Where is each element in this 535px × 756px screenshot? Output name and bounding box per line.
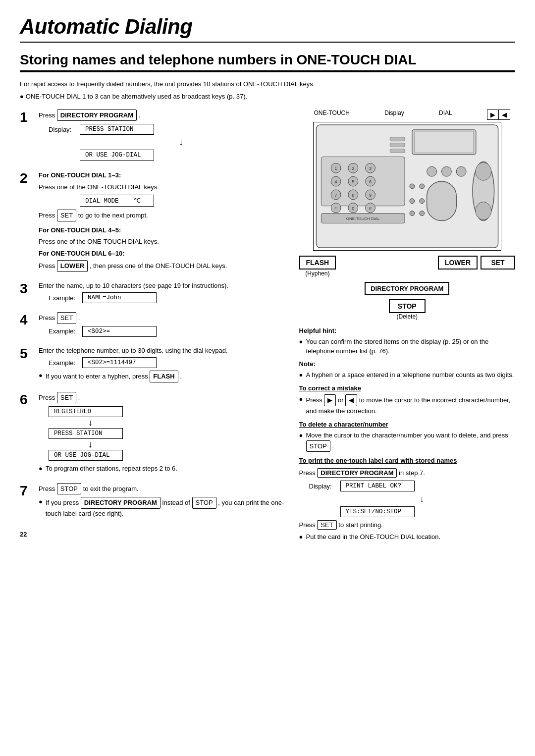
right-column: ONE-TOUCH Display DIAL ▶ ◀ — [299, 109, 516, 544]
set-key-4: SET — [57, 312, 76, 324]
flash-btn-group: FLASH (Hyphen) — [299, 256, 336, 277]
step-1-content: Press DIRECTORY PROGRAM . Display: PRESS… — [39, 109, 284, 164]
svg-point-30 — [456, 166, 466, 176]
nav-arrows-box[interactable]: ▶ ◀ — [487, 109, 510, 120]
step-7-number: 7 — [20, 484, 34, 498]
step-2-sub1-title: For ONE-TOUCH DIAL 1–3: — [39, 170, 284, 180]
fwd-arrow-key: ▶ — [324, 394, 336, 406]
display-box-dial: DIAL MODE ℃ — [80, 195, 154, 207]
flash-btn-label: (Hyphen) — [299, 270, 336, 277]
svg-rect-44 — [390, 143, 405, 147]
display-box-1a: PRESS STATION — [80, 124, 154, 135]
print-bullet: Put the card in the ONE-TOUCH DIAL locat… — [299, 532, 516, 542]
svg-text:2: 2 — [352, 166, 354, 171]
example-label-4: Example: — [49, 327, 78, 335]
display-box-6c: OR USE JOG-DIAL — [49, 450, 123, 461]
svg-rect-45 — [390, 149, 405, 153]
stop-sub: (Delete) — [396, 313, 418, 320]
page-title: Automatic Dialing — [20, 15, 515, 43]
print-text: Press DIRECTORY PROGRAM in step 7. — [299, 468, 516, 478]
svg-point-33 — [420, 184, 425, 189]
step-6: 6 Press SET . REGISTERED ↓ PRESS STATION… — [20, 392, 284, 476]
lower-button[interactable]: LOWER — [438, 256, 478, 270]
svg-text:6: 6 — [369, 179, 372, 184]
stop-key-delete: STOP — [306, 440, 330, 452]
step-2-sub2-title: For ONE-TOUCH DIAL 4–5: — [39, 225, 284, 235]
svg-rect-31 — [427, 181, 456, 220]
svg-text:8: 8 — [352, 192, 354, 197]
directory-program-button[interactable]: DIRECTORY PROGRAM — [365, 282, 449, 295]
page-number: 22 — [20, 531, 284, 538]
svg-point-38 — [410, 211, 415, 216]
note-text: A hyphen or a space entered in a telepho… — [299, 370, 516, 380]
svg-point-29 — [441, 166, 451, 176]
display-box-6b: PRESS STATION — [49, 428, 123, 439]
intro-text-2: ONE-TOUCH DIAL 1 to 3 can be alternative… — [20, 92, 515, 102]
set-key-2: SET — [57, 210, 76, 221]
step-3-content: Enter the name, up to 10 characters (see… — [39, 281, 284, 306]
step-3-example: Example: NAME=John — [49, 292, 284, 303]
flash-button[interactable]: FLASH — [299, 256, 336, 270]
arrow-6a: ↓ — [88, 418, 93, 427]
step-6-number: 6 — [20, 393, 34, 407]
display-box-5: <S02>=1114497 — [82, 357, 157, 368]
step-2-number: 2 — [20, 171, 34, 185]
back-arrow-btn[interactable]: ◀ — [499, 110, 510, 119]
step-3-number: 3 — [20, 282, 34, 296]
step-4: 4 Press SET . Example: <S02>= — [20, 312, 284, 339]
step-6-text: Press SET . — [39, 392, 284, 404]
note-title: Note: — [299, 360, 516, 368]
set-button[interactable]: SET — [481, 256, 515, 270]
step-1-text: Press DIRECTORY PROGRAM . — [39, 109, 284, 121]
step-2: 2 For ONE-TOUCH DIAL 1–3: Press one of t… — [20, 170, 284, 274]
svg-text:3: 3 — [369, 166, 372, 171]
display-label-1: Display: — [49, 126, 76, 133]
hint-text: You can confirm the stored items on the … — [299, 337, 516, 356]
svg-text:4: 4 — [334, 179, 337, 184]
print-title: To print the one-touch label card with s… — [299, 457, 516, 464]
hint-section: Helpful hint: You can confirm the stored… — [299, 327, 516, 380]
device-diagram: 1 2 3 4 5 6 7 8 — [299, 122, 516, 251]
stop-key-7b: STOP — [192, 497, 216, 509]
one-touch-label: ONE-TOUCH — [314, 109, 350, 116]
step-6-content: Press SET . REGISTERED ↓ PRESS STATION ↓… — [39, 392, 284, 476]
print-display-row: Display: PRINT LABEL OK? — [309, 481, 516, 491]
directory-program-key-1: DIRECTORY PROGRAM — [57, 109, 137, 121]
step-7-content: Press STOP to exit the program. If you p… — [39, 483, 284, 521]
svg-text:7: 7 — [334, 192, 337, 197]
forward-arrow-btn[interactable]: ▶ — [487, 110, 499, 119]
left-column: 1 Press DIRECTORY PROGRAM . Display: PRE… — [20, 109, 284, 544]
dir-prog-key-print: DIRECTORY PROGRAM — [317, 468, 397, 478]
step-4-number: 4 — [20, 313, 34, 327]
example-label-3: Example: — [49, 294, 78, 302]
stop-button[interactable]: STOP — [389, 299, 426, 313]
step-2-content: For ONE-TOUCH DIAL 1–3: Press one of the… — [39, 170, 284, 274]
lower-key-2: LOWER — [57, 260, 88, 272]
step-2-set-text: Press SET to go to the next prompt. — [39, 210, 284, 221]
print-display-2: YES:SET/NO:STOP — [340, 506, 415, 517]
step-5-number: 5 — [20, 347, 34, 361]
intro-text-1: For rapid access to frequently dialed nu… — [20, 79, 515, 89]
svg-text:5: 5 — [352, 179, 354, 184]
svg-rect-2 — [415, 131, 474, 153]
correct-title: To correct a mistake — [299, 384, 516, 392]
dir-prog-key-7: DIRECTORY PROGRAM — [81, 497, 160, 509]
hint-title: Helpful hint: — [299, 327, 516, 334]
set-btn-group: SET — [481, 256, 515, 270]
section-title: Storing names and telephone numbers in O… — [20, 52, 515, 72]
correct-text: Press ▶ or ◀ to move the cursor to the i… — [299, 394, 516, 416]
step-5-example: Example: <S02>=1114497 — [49, 357, 284, 368]
step-6-display-stack: REGISTERED ↓ PRESS STATION ↓ OR USE JOG-… — [49, 406, 284, 461]
step-5-text: Enter the telephone number, up to 30 dig… — [39, 346, 284, 356]
display-box-4: <S02>= — [82, 326, 157, 337]
arrow-6b: ↓ — [88, 440, 93, 449]
back-arrow-key: ◀ — [345, 394, 357, 406]
svg-point-39 — [420, 211, 425, 216]
delete-title: To delete a character/number — [299, 421, 516, 428]
step-7: 7 Press STOP to exit the program. If you… — [20, 483, 284, 521]
step-1: 1 Press DIRECTORY PROGRAM . Display: PRE… — [20, 109, 284, 164]
svg-text:1: 1 — [334, 166, 337, 171]
step-2-sub3-title: For ONE-TOUCH DIAL 6–10: — [39, 249, 284, 259]
step-6-bullet: To program other stations, repeat steps … — [39, 464, 284, 474]
svg-point-42 — [476, 202, 491, 219]
